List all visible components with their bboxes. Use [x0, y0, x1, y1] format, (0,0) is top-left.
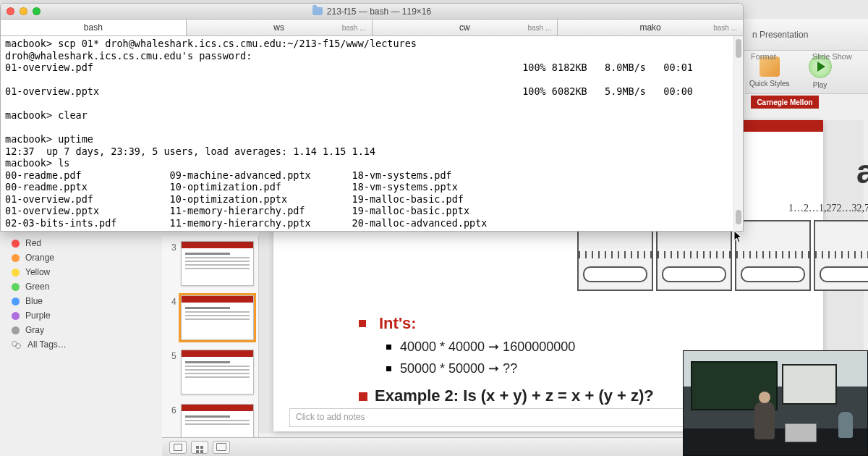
tags-sidebar: Red Orange Yellow Green Blue Purple Gray… [1, 236, 157, 352]
scrollbar-thumb[interactable] [736, 210, 741, 224]
tag-gray[interactable]: Gray [1, 323, 157, 337]
tab-sublabel: bash ... [342, 24, 366, 32]
tab-label: mako [639, 22, 660, 33]
window-controls[interactable] [1, 7, 41, 15]
brand-badge: Carnegie Mellon [751, 96, 819, 109]
thumb-number: 5 [166, 350, 176, 394]
tag-label: Yellow [25, 267, 50, 277]
scrollbar-thumb[interactable] [736, 39, 741, 58]
tag-label: Blue [25, 296, 43, 306]
ints-heading: Int's: [379, 314, 417, 333]
tag-dot-icon [12, 297, 20, 305]
bullet-1: 40000 * 40000 ➞ 1600000000 [400, 339, 575, 355]
tag-purple[interactable]: Purple [1, 308, 157, 323]
slide-title-fragment: als [856, 152, 868, 191]
thumb-preview [181, 295, 254, 340]
ribbon-tab-visible[interactable]: n Presentation [745, 26, 815, 43]
tag-dot-icon [12, 326, 20, 334]
thumb-number: 4 [166, 295, 176, 340]
tag-dot-icon [12, 240, 20, 248]
subbullet-icon [386, 345, 391, 350]
thumb-5[interactable]: 5 [162, 347, 258, 402]
folder-icon [312, 7, 323, 15]
notes-pane[interactable]: Click to add notes [289, 408, 690, 427]
terminal-tab-ws[interactable]: wsbash ... [187, 20, 373, 35]
view-sorter-button[interactable] [191, 441, 208, 454]
thumb-3[interactable]: 3 [162, 239, 258, 293]
tag-dot-icon [12, 283, 20, 291]
tag-label: Red [25, 238, 41, 248]
thumb-number: 3 [166, 241, 176, 286]
tag-label: Purple [25, 311, 51, 321]
tab-sublabel: bash ... [713, 24, 737, 32]
slide-thumbnails[interactable]: 3 4 5 6 [162, 236, 259, 456]
terminal-body[interactable]: macbook> scp 01* droh@whaleshark.ics.cs.… [1, 36, 743, 231]
tag-green[interactable]: Green [1, 279, 157, 294]
tag-dot-icon [12, 254, 20, 262]
view-switcher[interactable] [169, 441, 230, 454]
tag-label: All Tags… [27, 339, 67, 350]
tab-sublabel: bash ... [527, 24, 551, 32]
bullet-icon [359, 392, 367, 401]
tab-label: cw [459, 22, 470, 33]
tag-dot-icon [12, 269, 20, 276]
terminal-output[interactable]: macbook> scp 01* droh@whaleshark.ics.cs.… [1, 36, 733, 231]
zoom-icon[interactable] [33, 7, 41, 15]
terminal-tab-cw[interactable]: cwbash ... [373, 20, 558, 35]
quick-styles-label: Quick Styles [749, 80, 790, 88]
play-label: Play [813, 81, 827, 89]
bullet-icon [359, 320, 366, 327]
terminal-tab-mako[interactable]: makobash ... [558, 20, 743, 35]
comic-caption: 1…2…1,272…32,766… [788, 203, 868, 214]
tab-label: bash [84, 22, 103, 33]
terminal-titlebar[interactable]: 213-f15 — bash — 119×16 [1, 4, 743, 20]
tag-all[interactable]: All Tags… [1, 337, 157, 352]
terminal-title-text: 213-f15 — bash — 119×16 [327, 7, 431, 17]
all-tags-icon [12, 341, 22, 349]
minimize-icon[interactable] [20, 7, 27, 15]
tag-label: Gray [25, 325, 44, 335]
subbullet-icon [386, 366, 391, 371]
tag-dot-icon [12, 312, 20, 320]
bullet-2: 50000 * 50000 ➞ ?? [400, 360, 517, 376]
terminal-title: 213-f15 — bash — 119×16 [1, 7, 743, 17]
tag-blue[interactable]: Blue [1, 294, 157, 308]
view-slideshow-button[interactable] [213, 441, 230, 454]
ribbon-group-slideshow: Slide Show [812, 52, 852, 61]
example-2: Example 2: Is (x + y) + z = x + (y + z)? [375, 387, 654, 405]
slide-body: Int's: 40000 * 40000 ➞ 1600000000 50000 … [359, 314, 654, 405]
mouse-cursor-icon [733, 230, 744, 243]
webcam-pip [683, 350, 868, 456]
view-normal-button[interactable] [169, 441, 187, 454]
ribbon-group-format: Format [751, 52, 776, 61]
thumb-4[interactable]: 4 [162, 293, 258, 347]
terminal-tabs[interactable]: bash wsbash ... cwbash ... makobash ... [1, 20, 743, 36]
terminal-window[interactable]: 213-f15 — bash — 119×16 bash wsbash ... … [0, 3, 744, 232]
tag-yellow[interactable]: Yellow [1, 265, 157, 279]
tag-red[interactable]: Red [1, 236, 157, 250]
tag-label: Green [25, 282, 49, 292]
thumb-preview [181, 350, 254, 394]
tag-label: Orange [25, 253, 54, 263]
tab-label: ws [273, 22, 284, 33]
thumb-preview [181, 241, 254, 286]
terminal-tab-bash[interactable]: bash [1, 20, 187, 35]
terminal-scrollbar[interactable] [733, 36, 743, 231]
close-icon[interactable] [7, 7, 14, 15]
tag-orange[interactable]: Orange [1, 250, 157, 265]
